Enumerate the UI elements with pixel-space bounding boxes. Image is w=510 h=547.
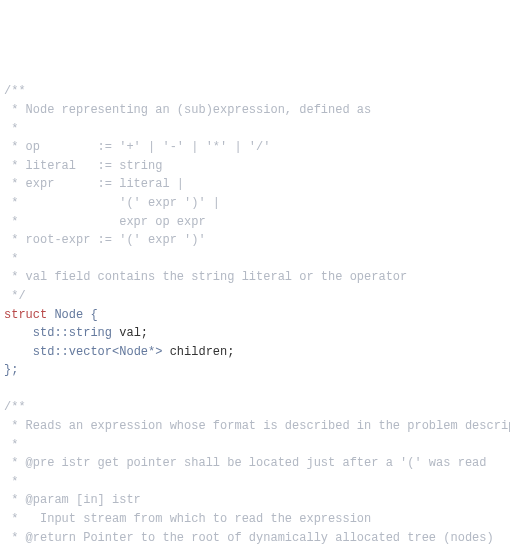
comment-line: * root-expr := '(' expr ')': [4, 233, 206, 247]
comment-line: /**: [4, 84, 26, 98]
type-vector: std::vector<Node*>: [33, 345, 163, 359]
field-val: val;: [112, 326, 148, 340]
field-val-line: std::string val;: [4, 326, 148, 340]
type-string: std::string: [33, 326, 112, 340]
indent: [4, 345, 33, 359]
comment-line: * @return Pointer to the root of dynamic…: [4, 531, 494, 545]
comment-line: *: [4, 252, 18, 266]
comment-line: /**: [4, 400, 26, 414]
comment-line: * Reads an expression whose format is de…: [4, 419, 510, 433]
comment-line: *: [4, 475, 18, 489]
comment-line: * @param [in] istr: [4, 493, 141, 507]
keyword-struct: struct: [4, 308, 47, 322]
brace-open: {: [90, 308, 97, 322]
comment-line: * '(' expr ')' |: [4, 196, 220, 210]
comment-line: * Input stream from which to read the ex…: [4, 512, 371, 526]
struct-name: Node: [47, 308, 90, 322]
brace-close: };: [4, 363, 18, 377]
comment-line: * Node representing an (sub)expression, …: [4, 103, 371, 117]
field-children: children;: [162, 345, 234, 359]
comment-line: */: [4, 289, 26, 303]
comment-line: * op := '+' | '-' | '*' | '/': [4, 140, 270, 154]
comment-line: * literal := string: [4, 159, 162, 173]
comment-line: * expr op expr: [4, 215, 206, 229]
struct-decl-line: struct Node {: [4, 308, 98, 322]
comment-line: * val field contains the string literal …: [4, 270, 407, 284]
indent: [4, 326, 33, 340]
comment-line: *: [4, 122, 18, 136]
comment-line: * @pre istr get pointer shall be located…: [4, 456, 486, 470]
comment-line: *: [4, 438, 18, 452]
field-children-line: std::vector<Node*> children;: [4, 345, 234, 359]
comment-line: * expr := literal |: [4, 177, 184, 191]
